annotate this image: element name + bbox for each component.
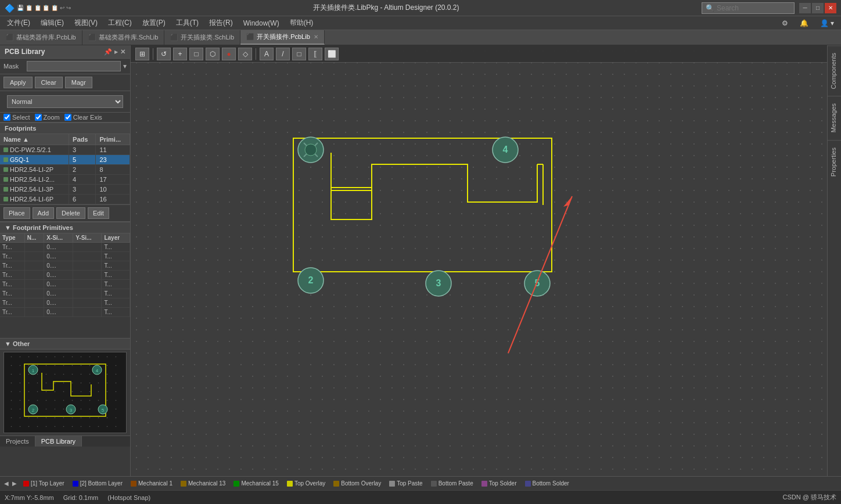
- prim-row-1[interactable]: Tr... 0.... T...: [0, 252, 130, 261]
- tab-schlib2[interactable]: ⬛ 开关插接类.SchLib: [164, 30, 240, 45]
- tab-pcblib2[interactable]: ⬛ 开关插接件.PcbLib ✕: [240, 30, 325, 45]
- tool-bracket[interactable]: ⟦: [308, 48, 322, 60]
- bottom-panel-tabs: Projects PCB Library: [0, 435, 130, 447]
- menu-edit[interactable]: 编辑(E): [36, 17, 69, 29]
- zoom-checkbox[interactable]: [35, 114, 42, 121]
- layer-right-btn[interactable]: ▶: [10, 480, 19, 487]
- tab-close-icon[interactable]: ✕: [314, 34, 318, 40]
- prim-row-0[interactable]: Tr... 0.... T...: [0, 243, 130, 252]
- select-checkbox-label[interactable]: Select: [3, 114, 30, 121]
- fp-col-name[interactable]: Name ▲: [0, 134, 69, 145]
- panel-close-icon[interactable]: ✕: [120, 48, 125, 56]
- fp-row-0[interactable]: DC-PW2.5/2.1 3 11: [0, 145, 130, 155]
- minimize-button[interactable]: ─: [799, 3, 811, 13]
- fp-row-1[interactable]: G5Q-1 5 23: [0, 155, 130, 165]
- tool-filter[interactable]: ⊞: [135, 48, 149, 60]
- normal-dropdown[interactable]: Normal Full Simple: [7, 95, 123, 108]
- messages-tab[interactable]: Messages: [828, 96, 841, 139]
- search-area[interactable]: 🔍: [702, 2, 795, 14]
- svg-point-22: [305, 144, 317, 156]
- components-tab[interactable]: Components: [828, 45, 841, 96]
- panel-menu-icon[interactable]: ▸: [114, 48, 118, 56]
- tab-pcblib1[interactable]: ⬛ 基础类器件库.PcbLib: [0, 30, 82, 45]
- select-checkbox[interactable]: [3, 114, 10, 121]
- pcb-canvas[interactable]: ⊞ ↺ + □ ⬡ ● ◇ A / □ ⟦ ⬜: [131, 45, 827, 476]
- menu-report[interactable]: 报告(R): [204, 17, 238, 29]
- layer-toppaste[interactable]: Top Paste: [386, 480, 426, 487]
- edit-button[interactable]: Edit: [88, 207, 109, 219]
- magr-button[interactable]: Magr: [65, 77, 92, 88]
- delete-button[interactable]: Delete: [56, 207, 85, 219]
- zoom-checkbox-label[interactable]: Zoom: [35, 114, 60, 121]
- clear-existing-checkbox-label[interactable]: Clear Exis: [64, 114, 102, 121]
- footprints-list[interactable]: Name ▲ Pads Primi... DC-PW2.5/2.1 3 11 G…: [0, 134, 130, 204]
- fp-row-4[interactable]: HDR2.54-LI-3P 3 10: [0, 185, 130, 195]
- fp-col-prims[interactable]: Primi...: [96, 134, 130, 145]
- tool-box[interactable]: ⬜: [325, 48, 339, 60]
- properties-tab[interactable]: Properties: [828, 140, 841, 183]
- prim-col-layer[interactable]: Layer: [102, 233, 130, 243]
- prim-col-x[interactable]: X-Si...: [44, 233, 73, 243]
- tab-schlib1[interactable]: ⬛ 基础类器件库.SchLib: [82, 30, 165, 45]
- settings-icon[interactable]: ⚙: [777, 18, 793, 28]
- layer-topsolder[interactable]: Top Solder: [478, 480, 520, 487]
- fp-row-2[interactable]: HDR2.54-LI-2P 2 8: [0, 165, 130, 175]
- layer-mech13[interactable]: Mechanical 13: [177, 480, 229, 487]
- fp-row-3[interactable]: HDR2.54-LI-2... 4 17: [0, 175, 130, 185]
- menu-help[interactable]: 帮助(H): [285, 17, 318, 29]
- mask-dropdown-icon[interactable]: ▾: [123, 62, 127, 70]
- bottom-toolbar: ◀ ▶ [1] Top Layer [2] Bottom Layer Mecha…: [0, 476, 841, 490]
- clear-existing-checkbox[interactable]: [64, 114, 71, 121]
- close-button[interactable]: ✕: [825, 3, 836, 13]
- fp-row-5[interactable]: HDR2.54-LI-6P 6 16: [0, 195, 130, 204]
- prim-row-4[interactable]: Tr... 0.... T...: [0, 280, 130, 289]
- tool-pad[interactable]: ●: [222, 48, 236, 60]
- prim-col-n[interactable]: N...: [24, 233, 44, 243]
- clear-button[interactable]: Clear: [35, 77, 63, 88]
- layer-topoverlay[interactable]: Top Overlay: [283, 480, 329, 487]
- tool-rect[interactable]: □: [189, 48, 203, 60]
- prim-row-7[interactable]: Tr... 0.... T...: [0, 308, 130, 317]
- mask-input[interactable]: [27, 61, 121, 71]
- projects-tab[interactable]: Projects: [0, 436, 35, 447]
- menu-window[interactable]: Window(W): [239, 18, 284, 28]
- search-input[interactable]: [717, 4, 775, 12]
- menu-tools[interactable]: 工具(T): [171, 17, 203, 29]
- prim-row-2[interactable]: Tr... 0.... T...: [0, 261, 130, 271]
- menu-project[interactable]: 工程(C): [103, 17, 136, 29]
- add-button[interactable]: Add: [33, 207, 55, 219]
- panel-pin-icon[interactable]: 📌: [104, 48, 112, 56]
- prim-row-6[interactable]: Tr... 0.... T...: [0, 298, 130, 308]
- tool-square[interactable]: □: [292, 48, 306, 60]
- layer-bottomsolder[interactable]: Bottom Solder: [522, 480, 573, 487]
- tool-text[interactable]: A: [260, 48, 274, 60]
- layer-mech1[interactable]: Mechanical 1: [127, 480, 176, 487]
- place-button[interactable]: Place: [3, 207, 30, 219]
- prim-col-type[interactable]: Type: [0, 233, 24, 243]
- tool-line[interactable]: /: [276, 48, 290, 60]
- layer-bottomoverlay[interactable]: Bottom Overlay: [330, 480, 384, 487]
- menu-place[interactable]: 放置(P): [138, 17, 170, 29]
- layer-mech15[interactable]: Mechanical 15: [230, 480, 282, 487]
- tool-circle[interactable]: ⬡: [206, 48, 220, 60]
- prim-row-5[interactable]: Tr... 0.... T...: [0, 289, 130, 298]
- prim-col-y[interactable]: Y-Si...: [73, 233, 102, 243]
- mech15-color: [233, 481, 239, 487]
- layer-toplayer[interactable]: [1] Top Layer: [20, 480, 68, 487]
- primitives-list[interactable]: Type N... X-Si... Y-Si... Layer Tr... 0.…: [0, 233, 130, 338]
- tool-move[interactable]: ↺: [157, 48, 171, 60]
- tool-poly[interactable]: ◇: [238, 48, 252, 60]
- notifications-icon[interactable]: 🔔: [795, 18, 813, 28]
- prim-row-3[interactable]: Tr... 0.... T...: [0, 271, 130, 280]
- menu-view[interactable]: 视图(V): [70, 17, 102, 29]
- user-icon[interactable]: 👤 ▾: [815, 18, 839, 28]
- menu-file[interactable]: 文件(E): [2, 17, 35, 29]
- layer-bottomlayer[interactable]: [2] Bottom Layer: [69, 480, 126, 487]
- layer-left-btn[interactable]: ◀: [2, 480, 10, 487]
- fp-col-pads[interactable]: Pads: [69, 134, 96, 145]
- layer-bottompaste[interactable]: Bottom Paste: [427, 480, 477, 487]
- apply-button[interactable]: Apply: [3, 77, 33, 88]
- maximize-button[interactable]: □: [812, 3, 824, 13]
- tool-add[interactable]: +: [173, 48, 187, 60]
- pcblib-tab[interactable]: PCB Library: [35, 436, 82, 447]
